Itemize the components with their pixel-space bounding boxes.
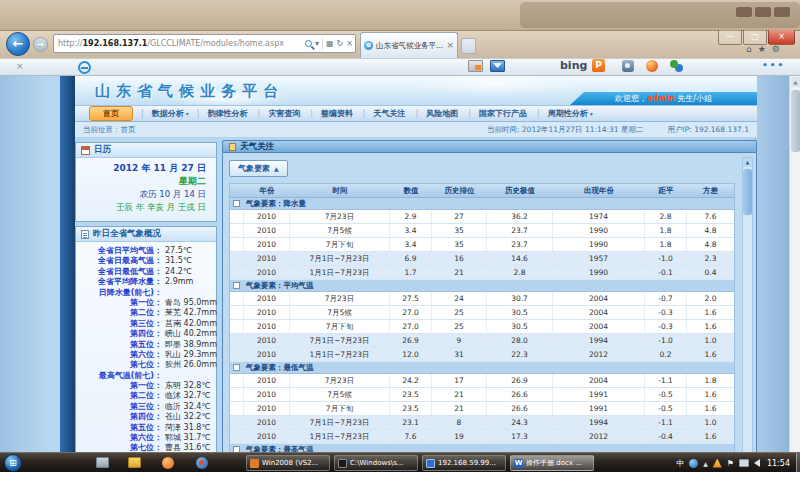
taskbar-button-vm[interactable]: Win2008 (VS2... — [246, 455, 330, 471]
action-center-flag-icon[interactable]: ⚑ — [727, 459, 734, 468]
tray-app-icon[interactable] — [689, 459, 698, 468]
panel-scrollbar-thumb[interactable] — [743, 169, 752, 215]
cell-value: 2.9 — [390, 210, 432, 223]
cell-extreme-year: 2004 — [553, 374, 645, 387]
group-checkbox[interactable] — [233, 364, 240, 371]
taskbar-browser-icon[interactable] — [162, 457, 174, 469]
column-header[interactable]: 历史极值 — [487, 184, 553, 197]
group-label: 气象要素：平均气温 — [246, 281, 314, 291]
column-header[interactable]: 距平 — [645, 184, 687, 197]
browser-scrollbar[interactable]: ▲ ▼ — [789, 76, 800, 472]
tray-expand-icon[interactable]: ▲ — [703, 460, 708, 467]
nav-item[interactable]: 国家下行产品 — [479, 108, 529, 119]
show-desktop-button[interactable] — [796, 453, 800, 473]
bing-logo[interactable]: bing — [560, 59, 587, 72]
nav-item[interactable]: 韵律性分析 — [207, 108, 249, 119]
remote-desktop-icon — [426, 459, 435, 468]
panel-scrollbar[interactable]: ▲ ▼ — [742, 157, 753, 467]
cell-time: 1月1日~7月23日 — [290, 430, 390, 443]
cell-rank: 9 — [432, 334, 487, 347]
cell-year: 2010 — [244, 252, 290, 265]
overview-line: 第六位： 乳山 29.3mm — [76, 350, 214, 360]
new-tab-button[interactable] — [461, 38, 476, 54]
language-indicator[interactable]: 中 — [676, 458, 684, 469]
plugin-icon-1[interactable] — [622, 60, 634, 72]
cell-rank: 31 — [432, 348, 487, 361]
tools-gear-icon[interactable]: ⚙ — [772, 44, 780, 54]
taskbar-clock[interactable]: 11:54 — [767, 459, 790, 468]
taskbar-window-icon[interactable] — [96, 457, 109, 468]
row-empty-cell — [230, 430, 244, 443]
cell-variance: 1.0 — [687, 334, 734, 347]
maximize-button[interactable]: ▢ — [743, 30, 767, 45]
stop-icon[interactable]: × — [346, 39, 353, 48]
taskbar-button-cmd[interactable]: C:\Windows\s... — [334, 455, 418, 471]
column-header[interactable]: 数值 — [390, 184, 432, 197]
toolbar-mail-icon[interactable] — [490, 60, 505, 72]
start-button[interactable]: ⊞ — [4, 454, 22, 472]
tab-close-icon[interactable]: × — [446, 41, 454, 50]
main-navigation: 首页 | 数据分析▾ | 韵律性分析 | 灾害查询 | 整编资料 | 天气关注 … — [75, 105, 757, 122]
column-header[interactable]: 方差 — [687, 184, 734, 197]
volume-icon[interactable] — [754, 459, 760, 467]
plugin-icon-3[interactable] — [670, 60, 678, 68]
welcome-prefix: 欢迎您， — [615, 94, 647, 103]
taskbar-button-remote[interactable]: 192.168.59.99... — [422, 455, 506, 471]
favorites-star-icon[interactable]: ★ — [758, 44, 766, 54]
cell-anomaly: -0.4 — [645, 430, 687, 443]
nav-item-home[interactable]: 首页 — [89, 106, 133, 121]
minimize-button[interactable]: — — [718, 30, 742, 45]
column-header[interactable]: 历史排位 — [432, 184, 487, 197]
nav-separator: | — [468, 109, 471, 118]
panel-scroll-up-icon[interactable]: ▲ — [743, 158, 752, 167]
cell-extreme-year: 1990 — [553, 266, 645, 279]
nav-item[interactable]: 风险地图 — [426, 108, 460, 119]
table-row: 2010 7月23日 27.5 24 30.7 2004 -0.7 2.0 — [230, 292, 734, 306]
nav-item[interactable]: 整编资料 — [321, 108, 355, 119]
nav-item[interactable]: 灾害查询 — [268, 108, 302, 119]
group-checkbox[interactable] — [233, 200, 240, 207]
taskbar-folder-icon[interactable] — [128, 457, 141, 468]
panel-icon — [229, 143, 236, 151]
search-dropdown-icon[interactable]: ▾ — [315, 39, 319, 48]
toolbar-close-icon[interactable]: × — [16, 61, 24, 71]
column-header[interactable]: 时间 — [290, 184, 390, 197]
nav-separator: | — [537, 109, 540, 118]
group-checkbox[interactable] — [233, 282, 240, 289]
taskbar-button-label: C:\Windows\s... — [350, 459, 404, 467]
scrollbar-up-icon[interactable]: ▲ — [791, 77, 800, 87]
compatibility-icon[interactable]: ▦ — [326, 39, 334, 48]
column-header[interactable]: 出现年份 — [553, 184, 645, 197]
browser-tab[interactable]: e 山东省气候业务平... × — [360, 32, 458, 58]
plugin-p-icon[interactable]: P — [592, 59, 605, 72]
search-icon[interactable] — [305, 40, 312, 47]
row-empty-cell — [230, 416, 244, 429]
back-button[interactable]: ← — [6, 32, 30, 56]
nav-separator: | — [197, 109, 200, 118]
cell-rank: 16 — [432, 252, 487, 265]
cell-anomaly: -1.0 — [645, 334, 687, 347]
close-button[interactable]: × — [768, 30, 795, 45]
taskbar-button-word[interactable]: W 操作手册.docx ... — [510, 455, 594, 471]
plugin-icon-2[interactable] — [646, 60, 658, 72]
nav-item[interactable]: 数据分析▾ — [152, 108, 189, 119]
toolbar-circle-icon[interactable] — [78, 61, 91, 74]
home-icon[interactable]: ⌂ — [746, 44, 752, 54]
toolbar-overflow-dots[interactable]: ••• — [762, 60, 785, 70]
nav-item[interactable]: 周期性分析▾ — [548, 108, 593, 119]
toolbar-cards-icon[interactable] — [468, 60, 483, 72]
taskbar-media-icon[interactable] — [196, 457, 208, 469]
row-empty-cell — [230, 306, 244, 319]
tray-alert-icon[interactable] — [713, 459, 722, 468]
refresh-icon[interactable]: ↻ — [337, 39, 344, 48]
row-empty-cell — [230, 224, 244, 237]
nav-item[interactable]: 天气关注 — [374, 108, 408, 119]
scrollbar-thumb[interactable] — [791, 90, 800, 152]
network-icon[interactable] — [739, 459, 749, 467]
address-bar[interactable]: http://192.168.137.1/GLCCLIMATE/modules/… — [53, 34, 356, 53]
element-filter-button[interactable]: 气象要素 ▲ — [229, 160, 288, 177]
cell-extreme-year: 1957 — [553, 252, 645, 265]
column-header[interactable]: 年份 — [244, 184, 290, 197]
cell-extreme-year: 2012 — [553, 430, 645, 443]
forward-button[interactable]: → — [33, 37, 48, 52]
